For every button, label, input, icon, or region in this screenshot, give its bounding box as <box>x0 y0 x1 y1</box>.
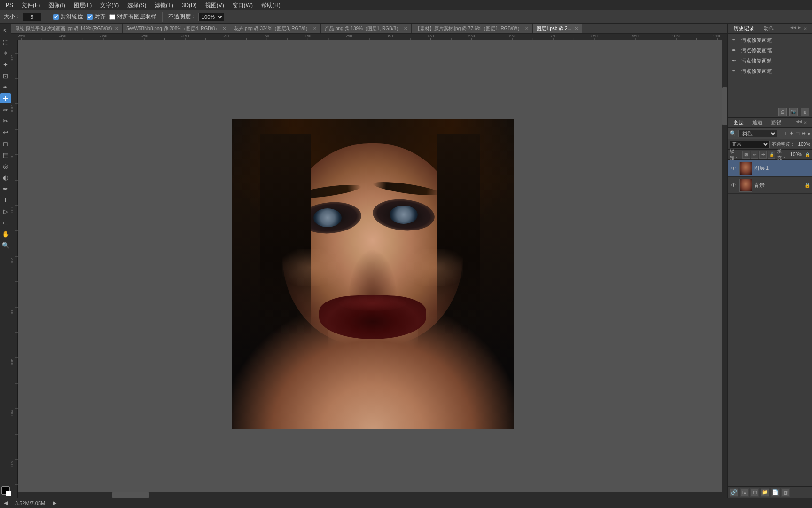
menu-ps[interactable]: PS <box>2 1 17 9</box>
pen-tool[interactable]: ✒ <box>0 183 11 194</box>
menu-file[interactable]: 文件(F) <box>18 0 44 10</box>
foreground-color[interactable] <box>1 486 10 495</box>
fx-btn[interactable]: fx <box>740 488 749 497</box>
svg-text:-100: -100 <box>11 105 14 112</box>
filter-toggle[interactable]: ● <box>808 131 810 136</box>
menu-layer[interactable]: 图层(L) <box>70 0 96 10</box>
menu-select[interactable]: 选择(S) <box>124 0 150 10</box>
history-collapse-left[interactable]: ◀◀ <box>790 25 796 32</box>
history-print-btn[interactable]: 🖨 <box>778 108 787 116</box>
opacity-select[interactable]: 100% 75% 50% 25% <box>198 13 224 21</box>
scrollbar-v-thumb[interactable] <box>722 87 727 125</box>
history-item-3[interactable]: ✒ 污点修复画笔 <box>728 66 812 76</box>
zoom-tool[interactable]: 🔍 <box>0 240 11 250</box>
move-tool[interactable]: ↖ <box>0 25 11 36</box>
history-tab[interactable]: 历史记录 <box>732 24 756 33</box>
lock-pixels-btn[interactable]: ⊠ <box>742 151 750 159</box>
type-tool[interactable]: T <box>0 195 11 205</box>
delete-layer-btn[interactable]: 🗑 <box>781 488 790 497</box>
tab-1[interactable]: 5evW5BNp8.png @ 208%（图层4, RGB/8） ✕ <box>123 24 230 33</box>
layer-1-visibility[interactable]: 👁 <box>730 182 737 189</box>
gradient-tool[interactable]: ▤ <box>0 150 11 160</box>
tab-5[interactable]: 图层1.psb @ 2... ✕ <box>533 24 582 33</box>
tab-3[interactable]: 产品.png @ 139%（图层1, RGB/8） ✕ <box>321 24 412 33</box>
layer-item-0[interactable]: 👁 图层 1 <box>728 160 812 177</box>
dodge-tool[interactable]: ◐ <box>0 172 11 183</box>
menu-text[interactable]: 文字(Y) <box>96 0 123 10</box>
menu-filter[interactable]: 滤镜(T) <box>151 0 177 10</box>
svg-text:350: 350 <box>387 34 393 38</box>
all-layers-checkbox[interactable] <box>109 14 115 20</box>
clone-tool[interactable]: ✂ <box>0 116 11 126</box>
scrollbar-h-thumb[interactable] <box>112 492 149 498</box>
tab-2[interactable]: 花卉.png @ 334%（图层3, RGB/8） ✕ <box>230 24 321 33</box>
history-collapse-right[interactable]: ▶ <box>798 25 801 32</box>
layer-0-visibility[interactable]: 👁 <box>730 165 737 172</box>
all-layers-group: 对所有图层取样 <box>109 13 156 21</box>
menu-image[interactable]: 图像(I) <box>45 0 69 10</box>
menu-view[interactable]: 视图(V) <box>202 0 228 10</box>
tab-2-close[interactable]: ✕ <box>313 26 317 31</box>
link-layers-btn[interactable]: 🔗 <box>730 488 738 497</box>
path-select-tool[interactable]: ▷ <box>0 206 11 216</box>
brush-tool[interactable]: ✏ <box>0 104 11 115</box>
channels-tab[interactable]: 通道 <box>750 118 765 127</box>
fill-label: 填充： <box>777 148 788 161</box>
paths-tab[interactable]: 路径 <box>769 118 783 127</box>
history-brush-tool[interactable]: ↩ <box>0 127 11 137</box>
menu-3d[interactable]: 3D(D) <box>178 1 201 9</box>
new-group-btn[interactable]: 📁 <box>761 488 769 497</box>
history-trash-btn[interactable]: 🗑 <box>801 108 809 116</box>
history-item-2[interactable]: ✒ 污点修复画笔 <box>728 56 812 66</box>
tab-0-close[interactable]: ✕ <box>115 26 118 31</box>
layers-tab[interactable]: 图层 <box>732 118 746 127</box>
status-right-arrow[interactable]: ▶ <box>53 500 56 506</box>
blur-tool[interactable]: ◎ <box>0 161 11 171</box>
history-close[interactable]: ✕ <box>803 25 808 32</box>
layer-item-1[interactable]: 👁 背景 🔒 <box>728 177 812 194</box>
tab-5-close[interactable]: ✕ <box>574 26 578 31</box>
history-item-0[interactable]: ✒ 污点修复画笔 <box>728 35 812 45</box>
history-panel: 历史记录 动作 ◀◀ ▶ ✕ ✒ 污点修复画笔 ✒ 污点修复画笔 ✒ 污点修复画… <box>727 24 812 118</box>
lock-position-btn[interactable]: ✏ <box>751 151 758 159</box>
toolbar: 大小： 滑滑锭位 对齐 对所有图层取样 不透明度： 100% 75% 50% 2… <box>0 10 812 24</box>
align-checkbox[interactable] <box>87 14 93 20</box>
history-item-1[interactable]: ✒ 污点修复画笔 <box>728 45 812 56</box>
lasso-tool[interactable]: ⌖ <box>0 48 11 58</box>
layers-close[interactable]: ✕ <box>803 119 808 126</box>
eraser-tool[interactable]: ◻ <box>0 138 11 149</box>
history-snapshot-btn[interactable]: 📷 <box>789 108 798 116</box>
lock-all-btn[interactable]: 🔒 <box>768 151 775 159</box>
blend-mode-select[interactable]: 正常 溶解 正片叠底 <box>730 141 770 148</box>
history-brush-icon-2: ✒ <box>732 57 738 64</box>
tab-3-close[interactable]: ✕ <box>404 26 407 31</box>
filter-type-select[interactable]: 类型 名称 <box>738 130 777 137</box>
menu-window[interactable]: 窗口(W) <box>229 0 257 10</box>
eyedropper-tool[interactable]: ✒ <box>0 82 11 92</box>
svg-text:400: 400 <box>11 359 14 365</box>
smooth-checkbox[interactable] <box>53 14 59 20</box>
hand-tool[interactable]: ✋ <box>0 229 11 239</box>
svg-text:950: 950 <box>632 34 639 38</box>
add-mask-btn[interactable]: ◻ <box>750 488 759 497</box>
status-left-arrow[interactable]: ◀ <box>4 500 8 506</box>
tab-0[interactable]: 鼠绘-鼠绘平化(沙滩画画.jpg @ 149%(RGB/8#) ✕ <box>11 24 123 33</box>
tab-4[interactable]: 【素材】原片素材.jpg @ 77.6%（图层1, RGB/8#） ✕ <box>412 24 533 33</box>
layers-collapse[interactable]: ◀◀ <box>796 119 802 126</box>
scrollbar-horizontal[interactable] <box>18 492 727 498</box>
tab-4-close[interactable]: ✕ <box>525 26 529 31</box>
marquee-tool[interactable]: ⬚ <box>0 37 11 47</box>
healing-tool[interactable]: ✚ <box>0 93 11 103</box>
menu-help[interactable]: 帮助(H) <box>258 0 284 10</box>
crop-tool[interactable]: ⊡ <box>0 71 11 81</box>
tab-1-close[interactable]: ✕ <box>222 26 226 31</box>
smooth-group: 滑滑锭位 <box>53 13 83 21</box>
lock-artboard-btn[interactable]: ✛ <box>759 151 767 159</box>
new-layer-btn[interactable]: 📄 <box>771 488 780 497</box>
actions-tab[interactable]: 动作 <box>762 24 776 33</box>
scrollbar-vertical[interactable] <box>722 40 727 492</box>
size-input[interactable] <box>23 13 41 21</box>
shape-tool[interactable]: ▭ <box>0 217 11 228</box>
magic-wand-tool[interactable]: ✦ <box>0 59 11 70</box>
canvas-area[interactable] <box>18 40 727 498</box>
